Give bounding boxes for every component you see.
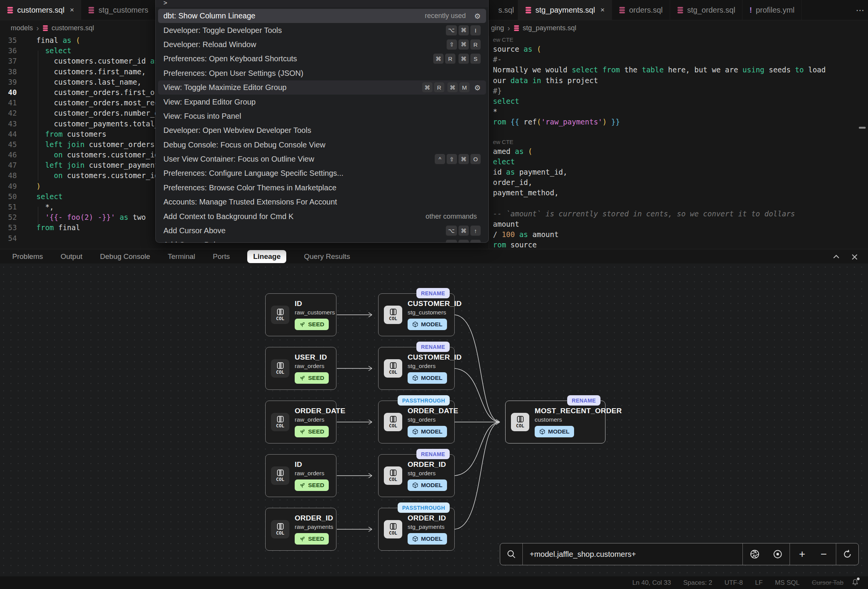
watch-eye-icon[interactable] bbox=[773, 549, 783, 559]
lineage-node-customer_id-stg_orders[interactable]: RENAMECOLCUSTOMER_IDstg_ordersMODEL bbox=[378, 347, 455, 390]
panel-tab-query-results[interactable]: Query Results bbox=[304, 252, 350, 261]
code-line[interactable]: 46 on customers.customer_id bbox=[0, 150, 155, 160]
breadcrumb-file[interactable]: stg_payments.sql bbox=[523, 24, 576, 32]
status-item[interactable]: UTF-8 bbox=[724, 579, 743, 587]
lineage-node-order_date-stg_orders[interactable]: PASSTHROUGHCOLORDER_DATEstg_ordersMODEL bbox=[378, 401, 455, 443]
command-item[interactable]: Add Cursor Above⌥⌘↑ bbox=[158, 224, 486, 238]
command-item[interactable]: Preferences: Configure Language Specific… bbox=[158, 166, 486, 180]
collapse-panel-icon[interactable] bbox=[832, 253, 840, 261]
command-item[interactable]: User View Container: Focus on Outline Vi… bbox=[158, 152, 486, 166]
code-line[interactable]: 45 left join customer_orders bbox=[0, 139, 155, 150]
lineage-search-input[interactable]: +model.jaffle_shop.customers+ bbox=[523, 543, 742, 565]
code-line[interactable]: 48 on customers.customer_id bbox=[0, 170, 155, 181]
zoom-out-button[interactable]: − bbox=[821, 548, 827, 560]
code-line[interactable]: 42 customer_orders.number_o bbox=[0, 108, 155, 118]
lineage-node-id-raw_customers[interactable]: COLIDraw_customersSEED bbox=[265, 293, 336, 336]
code-line[interactable]: 52 '{{- foo(2) -}}' as two bbox=[0, 212, 155, 223]
zoom-in-button[interactable]: + bbox=[799, 548, 805, 560]
tab-s-sql[interactable]: s.sql bbox=[489, 0, 518, 20]
close-tab-icon[interactable]: × bbox=[600, 6, 605, 14]
tab-stg_payments-sql[interactable]: stg_payments.sql× bbox=[518, 0, 612, 20]
panel-tab-problems[interactable]: Problems bbox=[12, 252, 43, 261]
lineage-node-id-raw_orders[interactable]: COLIDraw_ordersSEED bbox=[265, 454, 336, 497]
tab-orders-sql[interactable]: orders.sql bbox=[612, 0, 670, 20]
panel-tab-lineage[interactable]: Lineage bbox=[247, 250, 286, 263]
code-line[interactable]: 43 customer_payments.total_ bbox=[0, 119, 155, 129]
code-line[interactable]: / 100 as amount bbox=[489, 229, 868, 240]
command-item[interactable]: Developer: Reload Window⇧⌘R bbox=[158, 38, 486, 52]
command-item[interactable]: Preferences: Open Keyboard Shortcuts⌘R⌘S bbox=[158, 52, 486, 66]
status-item[interactable]: LF bbox=[755, 579, 763, 587]
tab-customers-sql[interactable]: customers.sql× bbox=[0, 0, 81, 20]
tab-stg_customers[interactable]: stg_customers bbox=[81, 0, 155, 20]
command-item[interactable]: Developer: Open Webview Developer Tools bbox=[158, 123, 486, 137]
command-item[interactable]: Preferences: Browse Color Themes in Mark… bbox=[158, 181, 486, 195]
lineage-node-customer_id-stg_customers[interactable]: RENAMECOLCUSTOMER_IDstg_customersMODEL bbox=[378, 293, 455, 336]
code-line[interactable]: 37 customers.customer_id as bbox=[0, 56, 155, 66]
breadcrumb[interactable]: models › customers.sql bbox=[11, 20, 94, 36]
code-line[interactable]: 44 from customers bbox=[0, 129, 155, 139]
code-line[interactable]: 47 left join customer_payment bbox=[0, 160, 155, 170]
code-line[interactable]: * bbox=[489, 106, 868, 117]
gear-icon[interactable]: ⚙ bbox=[474, 12, 481, 20]
lineage-node-most-recent-order[interactable]: RENAME COL MOST_RECENT_ORDER customers M… bbox=[505, 401, 605, 443]
lineage-node-user_id-raw_orders[interactable]: COLUSER_IDraw_ordersSEED bbox=[265, 347, 336, 390]
command-item[interactable]: Accounts: Manage Trusted Extensions For … bbox=[158, 195, 486, 209]
status-item[interactable]: Spaces: 2 bbox=[683, 579, 712, 587]
code-line[interactable]: id as payment_id, bbox=[489, 167, 868, 177]
panel-tab-terminal[interactable]: Terminal bbox=[168, 252, 195, 261]
code-line[interactable]: #} bbox=[489, 86, 868, 96]
code-line[interactable]: 50select bbox=[0, 191, 155, 202]
breadcrumb-folder[interactable]: ging bbox=[491, 24, 504, 32]
code-line[interactable]: our data in this project bbox=[489, 75, 868, 86]
code-line[interactable]: 51 *, bbox=[0, 202, 155, 212]
code-line[interactable]: order_id, bbox=[489, 177, 868, 188]
code-line[interactable]: source as ( bbox=[489, 44, 868, 54]
breadcrumb-file[interactable]: customers.sql bbox=[52, 24, 94, 32]
code-line[interactable]: 35final as ( bbox=[0, 35, 155, 46]
lineage-canvas[interactable]: COLIDraw_customersSEEDRENAMECOLCUSTOMER_… bbox=[0, 263, 868, 576]
lineage-node-order_id-raw_payments[interactable]: COLORDER_IDraw_paymentsSEED bbox=[265, 508, 336, 551]
code-line[interactable]: 38 customers.first_name, bbox=[0, 67, 155, 77]
code-line[interactable]: #- bbox=[489, 54, 868, 65]
status-item[interactable]: Ln 40, Col 33 bbox=[632, 579, 671, 587]
command-item[interactable]: dbt: Show Column Lineagerecently used⚙ bbox=[158, 9, 486, 23]
tab-stg_orders-sql[interactable]: stg_orders.sql bbox=[670, 0, 743, 20]
refresh-icon[interactable] bbox=[836, 543, 858, 565]
close-tab-icon[interactable]: × bbox=[70, 6, 74, 14]
breadcrumb[interactable]: ging › stg_payments.sql bbox=[491, 20, 576, 36]
command-item[interactable]: View: Toggle Maximize Editor Group⌘R⌘M⚙ bbox=[158, 80, 486, 95]
command-item[interactable]: Add Context to Background for Cmd Kother… bbox=[158, 209, 486, 223]
code-line[interactable]: rom {{ ref('raw_payments') }} bbox=[489, 117, 868, 127]
code-line[interactable]: 40 customer_orders.first_or bbox=[0, 87, 155, 98]
code-line[interactable]: select bbox=[489, 96, 868, 106]
code-line[interactable]: payment_method, bbox=[489, 188, 868, 198]
notifications-bell-icon[interactable] bbox=[852, 579, 859, 586]
status-item[interactable]: Cursor Tab bbox=[812, 579, 844, 587]
lineage-node-order_date-raw_orders[interactable]: COLORDER_DATEraw_ordersSEED bbox=[265, 401, 336, 443]
aperture-icon[interactable] bbox=[750, 549, 760, 559]
codelens-new-cte[interactable]: ew CTE bbox=[489, 138, 868, 146]
code-line[interactable]: elect bbox=[489, 157, 868, 167]
command-item[interactable]: View: Expand Editor Group bbox=[158, 95, 486, 109]
lineage-node-order_id-stg_payments[interactable]: PASSTHROUGHCOLORDER_IDstg_paymentsMODEL bbox=[378, 508, 455, 551]
panel-tab-debug-console[interactable]: Debug Console bbox=[100, 252, 150, 261]
code-line[interactable]: 41 customer_orders.most_rec bbox=[0, 98, 155, 108]
command-palette-input[interactable]: > bbox=[156, 0, 488, 7]
code-line[interactable] bbox=[489, 198, 868, 209]
scrollbar-thumb[interactable] bbox=[859, 127, 866, 129]
panel-tab-ports[interactable]: Ports bbox=[213, 252, 230, 261]
command-item[interactable]: Preferences: Open User Settings (JSON) bbox=[158, 66, 486, 80]
code-line[interactable]: 54 bbox=[0, 233, 155, 244]
command-item[interactable]: Debug Console: Focus on Debug Console Vi… bbox=[158, 138, 486, 152]
close-panel-icon[interactable] bbox=[850, 253, 859, 261]
command-item[interactable]: Add Cursor Below⌥⌘↓ bbox=[158, 238, 486, 243]
code-line[interactable]: 36 select bbox=[0, 46, 155, 56]
command-item[interactable]: View: Focus into Panel bbox=[158, 109, 486, 123]
tab-profiles-yml[interactable]: !profiles.yml bbox=[742, 0, 802, 20]
more-tabs-icon[interactable]: ⋯ bbox=[856, 5, 865, 15]
panel-tab-output[interactable]: Output bbox=[60, 252, 82, 261]
code-line[interactable]: -- `amount` is currently stored in cents… bbox=[489, 209, 868, 219]
breadcrumb-folder[interactable]: models bbox=[11, 24, 33, 32]
codelens-new-cte[interactable]: ew CTE bbox=[489, 36, 868, 44]
